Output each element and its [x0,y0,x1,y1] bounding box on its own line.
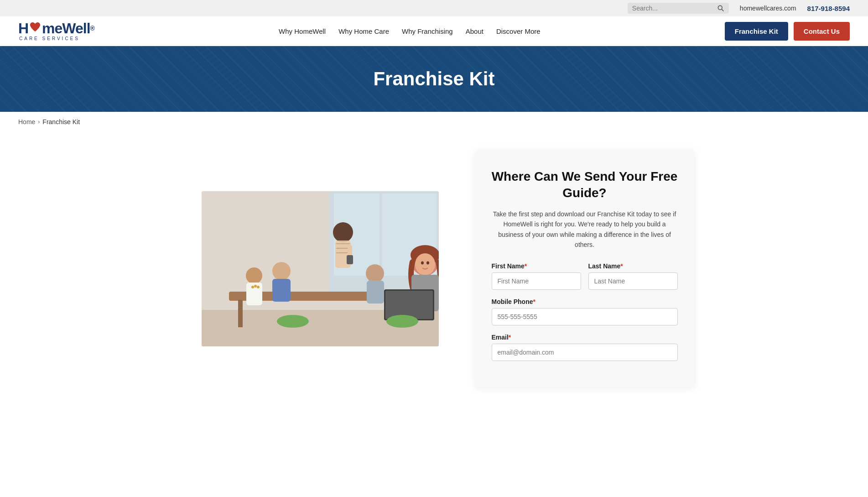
breadcrumb: Home › Franchise Kit [0,112,868,132]
franchise-kit-form: First Name* Last Name* Mobile Phone* [492,262,678,361]
svg-point-0 [718,5,722,10]
left-column [192,150,448,387]
email-label: Email* [492,334,678,341]
main-content: Where Can We Send Your Free Guide? Take … [138,132,731,415]
last-name-label: Last Name* [588,262,678,270]
header: H meWell® CARE SERVICES Why HomeWell Why… [0,16,868,46]
form-card: Where Can We Send Your Free Guide? Take … [475,150,694,387]
franchise-kit-button[interactable]: Franchise Kit [725,22,788,41]
contact-us-button[interactable]: Contact Us [794,22,850,41]
email-required: * [509,334,511,341]
logo-heart-icon [29,21,42,34]
website-url: homewellcares.com [740,5,796,12]
form-description: Take the first step and download our Fra… [492,209,678,250]
form-title: Where Can We Send Your Free Guide? [492,168,678,202]
nav-about[interactable]: About [466,27,483,35]
breadcrumb-separator: › [38,119,40,125]
phone-label: Mobile Phone* [492,298,678,305]
breadcrumb-home[interactable]: Home [18,118,35,126]
breadcrumb-current: Franchise Kit [42,118,80,126]
team-photo [202,191,439,346]
svg-rect-37 [202,191,439,346]
nav-why-home-care[interactable]: Why Home Care [338,27,389,35]
first-name-group: First Name* [492,262,581,290]
first-name-label: First Name* [492,262,581,270]
first-name-input[interactable] [492,272,581,290]
svg-line-1 [722,9,723,11]
last-name-group: Last Name* [588,262,678,290]
main-nav: Why HomeWell Why Home Care Why Franchisi… [108,27,711,35]
hero-title: Franchise Kit [18,68,850,90]
search-wrapper[interactable] [628,3,729,14]
email-input[interactable] [492,344,678,361]
search-icon [717,5,724,12]
logo[interactable]: H meWell® CARE SERVICES [18,21,94,41]
team-photo-svg [202,191,439,346]
nav-why-franchising[interactable]: Why Franchising [402,27,453,35]
top-bar: homewellcares.com 817-918-8594 [0,0,868,16]
nav-cta-buttons: Franchise Kit Contact Us [725,22,850,41]
phone-input[interactable] [492,308,678,325]
last-name-required: * [620,262,623,270]
phone-required: * [533,298,535,305]
first-name-required: * [525,262,527,270]
last-name-input[interactable] [588,272,678,290]
hero-banner: Franchise Kit [0,46,868,112]
nav-discover-more[interactable]: Discover More [496,27,541,35]
search-input[interactable] [632,5,714,12]
nav-why-homewell[interactable]: Why HomeWell [279,27,326,35]
email-group: Email* [492,334,678,361]
phone-number[interactable]: 817-918-8594 [807,5,850,12]
logo-sub-text: CARE SERVICES [18,37,94,41]
right-column: Where Can We Send Your Free Guide? Take … [475,150,694,387]
logo-brand-name: H meWell® [18,21,94,36]
phone-group: Mobile Phone* [492,298,678,325]
name-row: First Name* Last Name* [492,262,678,290]
